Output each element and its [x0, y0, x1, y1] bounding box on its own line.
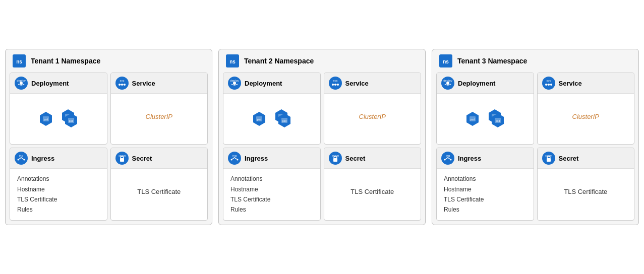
clusterip-label-3: ClusterIP — [572, 113, 599, 120]
service-card-1: svc Service ClusterIP — [110, 73, 208, 145]
ingress-body-3: Annotations Hostname TLS Certificate Rul… — [437, 169, 534, 220]
ingress-body-1: Annotations Hostname TLS Certificate Rul… — [10, 169, 107, 220]
svg-text:secret: secret — [119, 154, 126, 157]
secret-header-3: secret Secret — [538, 148, 634, 169]
ingress-title-2: Ingress — [245, 155, 268, 162]
service-icon-3: svc — [542, 76, 556, 90]
svg-point-24 — [24, 159, 25, 161]
svg-point-4 — [20, 82, 23, 85]
ingress-item-tls-2: TLS Certificate — [230, 194, 270, 204]
tls-label-3: TLS Certificate — [564, 188, 607, 195]
ingress-item-annotations-1: Annotations — [17, 174, 49, 184]
ingress-item-rules-1: Rules — [17, 204, 33, 215]
svg-rect-83 — [547, 158, 551, 162]
ingress-title-1: Ingress — [31, 155, 54, 162]
ingress-item-annotations-2: Annotations — [230, 174, 262, 184]
svg-point-60 — [446, 82, 449, 85]
ingress-item-tls-1: TLS Certificate — [17, 194, 57, 204]
svg-text:ing: ing — [232, 154, 237, 157]
svg-point-32 — [233, 82, 236, 85]
pod-icon-1c: pod — [63, 112, 79, 128]
tls-label-2: TLS Certificate — [350, 188, 394, 195]
namespace-icon-1: ns — [12, 53, 27, 68]
service-title-3: Service — [559, 80, 582, 87]
svg-text:svc: svc — [546, 79, 551, 82]
svg-text:ns: ns — [443, 59, 449, 64]
secret-card-2: secret Secret TLS Certificate — [324, 148, 422, 221]
service-title-1: Service — [132, 80, 155, 87]
deployment-icon-1: deploy — [14, 76, 28, 90]
svg-rect-13 — [68, 118, 74, 123]
deployment-card-1: deploy Deployment pod pod — [10, 73, 107, 145]
service-body-2: ClusterIP — [324, 94, 421, 139]
deployment-header-1: deploy Deployment — [10, 73, 107, 94]
secret-body-2: TLS Certificate — [324, 169, 421, 214]
ingress-card-1: ing Ingress Annotations Hostname TLS Cer… — [10, 148, 107, 221]
service-header-3: svc Service — [538, 73, 634, 94]
ingress-body-2: Annotations Hostname TLS Certificate Rul… — [223, 169, 320, 220]
resource-grid-2: deploy Deployment pod pod — [223, 73, 421, 221]
svg-rect-27 — [120, 158, 124, 162]
main-container: ns Tenant 1 Namespace deploy Deployment — [5, 49, 639, 225]
svg-point-77 — [441, 152, 454, 165]
svg-text:svc: svc — [120, 79, 124, 82]
namespace-header-3: ns Tenant 3 Namespace — [436, 49, 634, 73]
service-icon-1: svc — [115, 76, 129, 90]
ingress-item-hostname-2: Hostname — [230, 184, 258, 194]
ingress-card-3: ing Ingress Annotations Hostname TLS Cer… — [436, 148, 534, 221]
ingress-header-3: ing Ingress — [437, 148, 534, 169]
secret-title-3: Secret — [559, 155, 579, 162]
service-card-2: svc Service ClusterIP — [324, 73, 422, 145]
secret-header-1: secret Secret — [111, 148, 208, 169]
ingress-item-hostname-1: Hostname — [17, 184, 45, 194]
deployment-card-3: deploy Deployment pod pod — [436, 73, 534, 145]
deployment-icon-3: deploy — [441, 76, 455, 90]
pod-icon-3c: pod — [490, 112, 506, 128]
namespace-title-3: Tenant 3 Namespace — [457, 57, 527, 65]
secret-icon-2: secret — [328, 151, 342, 165]
ingress-item-rules-3: Rules — [444, 204, 459, 215]
ingress-header-1: ing Ingress — [10, 148, 107, 169]
ingress-card-2: ing Ingress Annotations Hostname TLS Cer… — [223, 148, 321, 221]
secret-body-3: TLS Certificate — [538, 169, 634, 214]
deployment-header-3: deploy Deployment — [437, 73, 534, 94]
secret-title-1: Secret — [132, 155, 152, 162]
svg-point-52 — [237, 159, 239, 161]
deployment-title-1: Deployment — [31, 80, 69, 87]
svg-rect-55 — [333, 158, 337, 162]
svg-rect-35 — [256, 116, 262, 121]
secret-icon-1: secret — [115, 151, 129, 165]
service-header-2: svc Service — [324, 73, 421, 94]
secret-body-1: TLS Certificate — [111, 169, 208, 214]
ingress-item-hostname-3: Hostname — [444, 184, 472, 194]
resource-grid-3: deploy Deployment pod pod — [436, 73, 634, 221]
namespace-title-2: Tenant 2 Namespace — [244, 57, 314, 65]
namespace-title-1: Tenant 1 Namespace — [31, 57, 100, 65]
svg-point-42 — [329, 77, 342, 90]
ingress-item-tls-3: TLS Certificate — [444, 194, 484, 204]
deployment-card-2: deploy Deployment pod pod — [223, 73, 321, 145]
svg-point-21 — [15, 152, 28, 165]
ingress-item-rules-2: Rules — [230, 204, 246, 215]
service-card-3: svc Service ClusterIP — [537, 73, 635, 145]
deployment-icon-2: deploy — [227, 76, 242, 90]
svg-rect-63 — [470, 116, 476, 121]
service-body-3: ClusterIP — [538, 94, 634, 139]
ingress-header-2: ing Ingress — [223, 148, 320, 169]
deployment-title-2: Deployment — [245, 80, 282, 87]
ingress-icon-1: ing — [14, 151, 28, 165]
secret-header-2: secret Secret — [324, 148, 421, 169]
ingress-icon-2: ing — [227, 151, 242, 165]
ingress-title-3: Ingress — [458, 155, 481, 162]
secret-card-3: secret Secret TLS Certificate — [537, 148, 635, 221]
clusterip-label-2: ClusterIP — [359, 113, 386, 120]
svg-text:ing: ing — [19, 154, 23, 157]
namespace-tenant1: ns Tenant 1 Namespace deploy Deployment — [5, 49, 212, 225]
service-header-1: svc Service — [111, 73, 208, 94]
service-title-2: Service — [345, 80, 369, 87]
tls-label-1: TLS Certificate — [137, 188, 181, 195]
svg-text:secret: secret — [545, 154, 552, 157]
ingress-icon-3: ing — [441, 151, 455, 165]
deployment-body-2: pod pod pod — [223, 94, 320, 144]
namespace-icon-2: ns — [225, 53, 240, 68]
